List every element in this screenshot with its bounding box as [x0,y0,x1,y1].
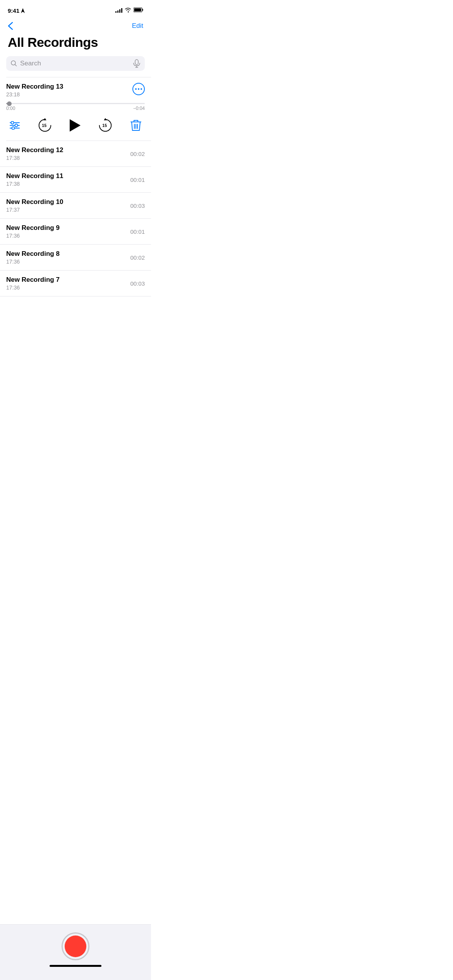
recording-title: New Recording 9 [6,224,60,232]
play-button[interactable] [70,119,81,132]
wifi-icon [125,7,131,14]
list-item[interactable]: New Recording 7 17:36 00:03 [0,271,151,296]
recording-item-info: New Recording 10 17:37 [6,198,63,213]
recordings-list: New Recording 12 17:38 00:02 New Recordi… [0,141,151,296]
progress-container[interactable]: 0:00 −0:04 [0,98,151,111]
list-item[interactable]: New Recording 10 17:37 00:03 [0,193,151,219]
forward-button[interactable]: 15 [97,117,113,134]
active-recording-title: New Recording 13 [6,83,63,91]
battery-icon [134,7,143,14]
recording-title: New Recording 7 [6,276,60,284]
play-icon [70,119,81,132]
recording-title: New Recording 12 [6,146,63,154]
recording-duration: 00:03 [130,202,145,209]
svg-point-8 [138,88,139,90]
recording-date: 17:38 [6,181,63,187]
tune-button[interactable] [9,121,20,130]
remaining-time: −0:04 [133,106,145,111]
search-bar[interactable] [6,56,145,71]
back-button[interactable] [8,22,13,30]
search-container [0,56,151,77]
svg-rect-2 [134,9,141,12]
recording-item-info: New Recording 9 17:36 [6,224,60,239]
search-icon [11,60,17,67]
progress-thumb [7,101,12,106]
current-time: 0:00 [6,106,15,111]
playback-controls: 15 15 [0,111,151,140]
status-icons [115,7,143,14]
recording-item-info: New Recording 8 17:36 [6,250,60,265]
list-item[interactable]: New Recording 12 17:38 00:02 [0,141,151,167]
signal-bars-icon [115,8,122,13]
recording-date: 17:36 [6,284,60,291]
recording-item-info: New Recording 11 17:38 [6,172,63,187]
recording-date: 17:36 [6,259,60,265]
recording-date: 17:36 [6,233,60,239]
svg-text:15: 15 [102,123,107,128]
active-recording: New Recording 13 23:18 [0,77,151,98]
recording-item-info: New Recording 12 17:38 [6,146,63,161]
delete-button[interactable] [130,119,142,132]
nav-bar: Edit [0,19,151,33]
progress-times: 0:00 −0:04 [6,106,145,111]
active-recording-date: 23:18 [6,91,63,98]
recording-date: 17:37 [6,207,63,213]
microphone-icon [133,59,140,68]
recording-title: New Recording 8 [6,250,60,258]
page-title: All Recordings [0,33,151,56]
active-recording-info: New Recording 13 23:18 [6,83,63,98]
recording-date: 17:38 [6,155,63,161]
svg-point-3 [11,61,15,65]
list-item[interactable]: New Recording 8 17:36 00:02 [0,245,151,271]
recording-title: New Recording 11 [6,172,63,180]
svg-point-15 [12,127,15,130]
search-input[interactable] [20,60,130,67]
svg-point-13 [11,122,14,124]
recording-duration: 00:01 [130,176,145,183]
svg-rect-1 [142,9,143,11]
svg-point-7 [135,88,137,90]
svg-point-14 [15,124,18,127]
recording-duration: 00:02 [130,254,145,261]
progress-track[interactable] [6,103,145,104]
recording-title: New Recording 10 [6,198,63,206]
svg-rect-4 [135,60,138,65]
recording-duration: 00:01 [130,228,145,235]
recording-duration: 00:02 [130,151,145,157]
status-time: 9:41 [8,7,25,14]
svg-point-9 [141,88,142,90]
rewind-button[interactable]: 15 [37,117,53,134]
location-icon [21,8,25,13]
recording-duration: 00:03 [130,280,145,287]
edit-button[interactable]: Edit [132,22,143,30]
list-item[interactable]: New Recording 11 17:38 00:01 [0,167,151,193]
trash-icon [130,119,142,132]
svg-text:15: 15 [42,123,46,128]
recording-item-info: New Recording 7 17:36 [6,276,60,291]
more-button[interactable] [132,83,145,95]
list-item[interactable]: New Recording 9 17:36 00:01 [0,219,151,245]
status-bar: 9:41 [0,0,151,19]
